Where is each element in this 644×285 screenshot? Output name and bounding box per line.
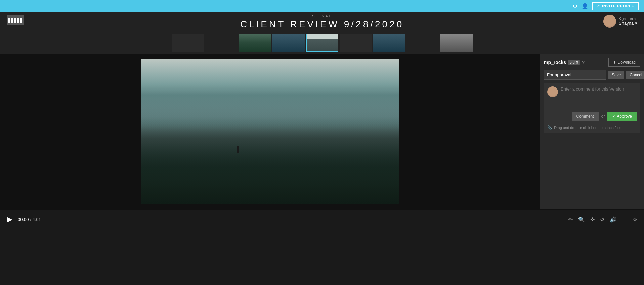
download-icon: ⬇ [613,60,616,65]
filmstrip-thumb-3[interactable] [239,34,271,52]
play-icon: ▶ [7,215,12,224]
comment-actions: Comment or ✓ Approve [547,112,637,121]
attach-label: Drag and drop or click here to attach fi… [554,126,621,130]
settings-icon[interactable]: ⚙ [633,216,637,223]
main-area: mp_rocks 5 of 9 ? ⬇ Download Save Cancel… [0,54,644,209]
volume-icon[interactable]: 🔊 [610,216,616,223]
share-icon: ↗ [597,4,600,8]
comment-button[interactable]: Comment [572,112,599,121]
top-bar: ⚙ 👤 ↗ INVITE PEOPLE [0,0,644,12]
comment-area: Comment or ✓ Approve 📎 Drag and drop or … [544,83,640,133]
file-count-badge: 5 of 9 [568,60,580,65]
comment-textarea[interactable] [561,86,637,110]
filmstrip-thumb-7[interactable] [373,34,405,52]
comment-input-row [547,86,637,110]
time-display: 00:00 / 4:01 [18,217,41,222]
approve-button[interactable]: ✓ Approve [607,112,637,121]
filmstrip [0,32,644,54]
logo-stripes [8,18,22,23]
user-menu[interactable]: Signed in as Shayna ▾ [603,15,637,28]
signal-label: SIGNAL [312,14,332,18]
help-icon[interactable]: ? [582,60,585,65]
filmstrip-thumb-6[interactable] [340,34,372,52]
logo [7,15,24,25]
loop-icon[interactable]: ↺ [600,216,604,223]
figure-silhouette [237,146,239,153]
save-button[interactable]: Save [608,71,624,79]
user-name: Shayna ▾ [619,21,637,26]
file-name: mp_rocks [544,60,566,65]
file-header: mp_rocks 5 of 9 ? ⬇ Download [544,58,640,67]
search-icon[interactable]: 🔍 [578,216,585,223]
page-title: CLIENT REVIEW 9/28/2020 [240,19,404,30]
avatar [603,15,616,28]
fullscreen-icon[interactable]: ⛶ [622,216,627,222]
settings-icon[interactable]: ⚙ [573,3,577,9]
filmstrip-thumb-2[interactable] [205,34,238,52]
filmstrip-thumb-1[interactable] [172,34,204,52]
download-button[interactable]: ⬇ Download [608,58,640,67]
signed-in-as-label: Signed in as [619,17,637,21]
or-text: or [601,114,605,119]
rename-row: Save Cancel [544,70,640,80]
profile-icon[interactable]: 👤 [582,3,588,9]
play-button[interactable]: ▶ [7,215,12,224]
attach-area[interactable]: 📎 Drag and drop or click here to attach … [547,122,637,130]
filmstrip-thumb-8[interactable] [407,34,439,52]
user-info: Signed in as Shayna ▾ [619,17,637,26]
cancel-button[interactable]: Cancel [626,71,644,79]
avatar-face [603,15,616,28]
filmstrip-thumb-9[interactable] [440,34,473,52]
invite-people-button[interactable]: ↗ INVITE PEOPLE [592,2,639,10]
video-scene [141,59,399,204]
checkmark-icon: ✓ [612,114,615,119]
controls-right: ✏ 🔍 ✛ ↺ 🔊 ⛶ ⚙ [568,216,637,223]
time-total: 4:01 [32,217,41,222]
commenter-avatar [547,86,558,97]
video-frame [141,59,399,204]
chevron-down-icon: ▾ [635,21,637,26]
rename-input[interactable] [544,70,606,80]
header: SIGNAL CLIENT REVIEW 9/28/2020 Signed in… [0,12,644,32]
video-area[interactable] [0,54,540,209]
controls-bar: ▶ 00:00 / 4:01 ✏ 🔍 ✛ ↺ 🔊 ⛶ ⚙ [0,210,644,229]
sidebar: mp_rocks 5 of 9 ? ⬇ Download Save Cancel… [540,54,644,209]
attach-icon: 📎 [547,125,552,130]
filmstrip-thumb-4[interactable] [272,34,305,52]
move-icon[interactable]: ✛ [590,216,595,223]
pencil-icon[interactable]: ✏ [568,216,573,223]
time-current: 00:00 [18,217,29,222]
progress-bar-container[interactable] [0,209,644,210]
filmstrip-thumb-5[interactable] [306,34,338,52]
file-name-area: mp_rocks 5 of 9 ? [544,60,585,65]
rocks-overlay [141,117,399,204]
